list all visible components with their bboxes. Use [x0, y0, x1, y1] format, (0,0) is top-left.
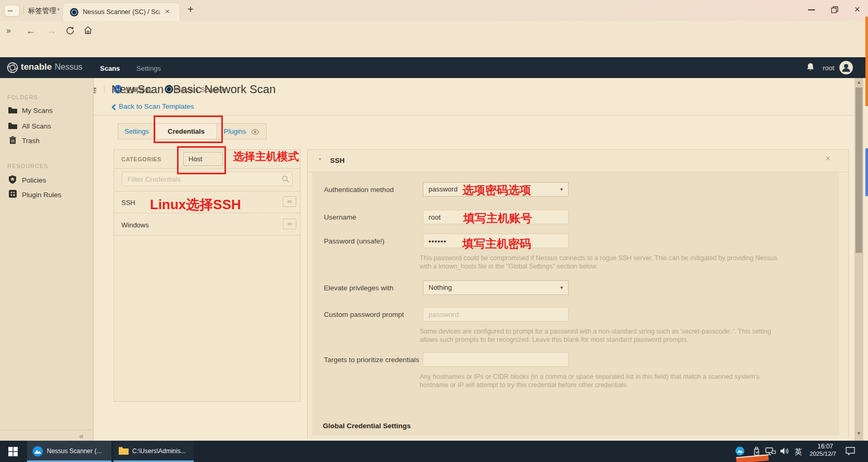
plugin-rules-icon	[9, 190, 17, 198]
new-tab-button[interactable]: +	[187, 4, 194, 16]
bookmarks-bar: 全部书签 常用书签 e 上网导航 Nessus Scanner	[0, 41, 868, 57]
custom-password-prompt-input[interactable]	[423, 307, 569, 322]
targets-help-text: Any hostnames or IPs or CIDR blocks (in …	[420, 373, 787, 389]
tenable-logo-icon	[7, 62, 18, 73]
tab-title: Nessus Scanner (SC) / Scans	[83, 8, 160, 16]
elevate-privileges-select[interactable]: Nothing ▾	[423, 280, 569, 295]
tab-credentials[interactable]: Credentials	[155, 123, 217, 139]
select-value: password	[429, 183, 458, 196]
sidebar-item-policies[interactable]: Policies	[22, 176, 46, 184]
taskbar-window-explorer[interactable]: C:\Users\Adminis...	[114, 441, 194, 462]
windows-count-badge: ∞	[283, 219, 296, 229]
forward-icon[interactable]: →	[47, 25, 56, 36]
ssh-panel-title: SSH	[330, 157, 345, 164]
category-mode-select[interactable]: Host	[183, 152, 223, 166]
sidebar-item-my-scans[interactable]: My Scans	[22, 107, 53, 114]
sidebar-divider	[0, 430, 94, 430]
sidebar-item-all-scans[interactable]: All Scans	[22, 122, 51, 130]
categories-panel	[114, 149, 300, 402]
password-input[interactable]	[423, 234, 569, 248]
tab-settings[interactable]: Settings	[118, 123, 156, 139]
restore-icon[interactable]	[831, 6, 838, 14]
scrollbar-thumb[interactable]	[856, 87, 862, 253]
minimize-icon[interactable]	[808, 9, 815, 10]
reload-icon[interactable]	[66, 26, 74, 35]
clock-time[interactable]: 16:07	[806, 443, 833, 450]
back-to-templates-link[interactable]: Back to Scan Templates	[119, 102, 194, 110]
brand-tenable: tenable	[21, 62, 52, 72]
scroll-down-icon[interactable]: ▼	[857, 431, 861, 436]
field-label-elevate-privileges: Elevate privileges with	[324, 284, 394, 292]
authentication-method-select[interactable]: password ▾	[423, 182, 569, 197]
screen: 标签管理 ▾ Nessus Scanner (SC) / Scans × + ×…	[0, 0, 868, 462]
nav-scans[interactable]: Scans	[100, 65, 120, 72]
global-credential-settings-heading: Global Credential Settings	[323, 422, 411, 430]
ssh-panel-close-icon[interactable]: ×	[825, 153, 831, 164]
edge-marker-orange	[865, 17, 868, 106]
brand-nessus: Nessus	[55, 62, 82, 72]
scroll-up-icon[interactable]: ▲	[857, 80, 861, 85]
speaker-icon[interactable]	[780, 447, 789, 455]
trash-icon	[9, 136, 16, 144]
chevron-down-icon: ▾	[560, 183, 563, 196]
window-close-icon[interactable]: ×	[854, 4, 860, 15]
tab-manager-button[interactable]: 标签管理	[28, 6, 56, 16]
folder-icon	[119, 446, 129, 455]
notification-center-icon[interactable]	[846, 446, 855, 455]
tab-close-icon[interactable]: ×	[165, 7, 170, 16]
nav-settings[interactable]: Settings	[136, 65, 161, 72]
filter-credentials-input[interactable]	[122, 172, 293, 186]
usb-icon[interactable]	[753, 447, 760, 456]
taskbar-window-nessus[interactable]: Nessus Scanner (...	[27, 441, 111, 462]
collapse-caret-icon[interactable]: ▾	[319, 156, 321, 162]
folder-icon	[8, 122, 17, 129]
field-label-password: Password (unsafe!)	[324, 237, 384, 245]
chevron-down-icon[interactable]: ▾	[57, 7, 60, 12]
browser-toolbar: » ← → https://localhost:8834/#/scans/rep…	[0, 21, 868, 41]
ssh-form-area	[312, 172, 839, 435]
user-name[interactable]: root	[823, 64, 834, 72]
field-label-targets-priority: Targets to prioritize credentials	[324, 356, 419, 364]
tab-plugins-label: Plugins	[224, 127, 246, 135]
sidebar	[0, 78, 94, 441]
nessus-favicon	[70, 8, 79, 17]
edge-marker-blue	[865, 148, 868, 196]
nessus-header: tenable Nessus Scans Settings root	[0, 57, 868, 78]
chevron-down-icon: ▾	[560, 281, 563, 294]
field-label-username: Username	[324, 213, 356, 221]
back-icon[interactable]: ←	[26, 25, 35, 36]
custom-prompt-help-text: Some devices are configured to prompt fo…	[420, 327, 787, 344]
back-chevron-icon[interactable]	[111, 104, 116, 110]
divider	[104, 85, 105, 93]
categories-heading: CATEGORIES	[121, 156, 161, 162]
sidebar-item-plugin-rules[interactable]: Plugin Rules	[22, 191, 61, 199]
tab-plugins[interactable]: Plugins	[217, 123, 267, 139]
browser-tab[interactable]: Nessus Scanner (SC) / Scans ×	[62, 3, 180, 21]
username-input[interactable]	[423, 210, 569, 224]
sidebar-folders-heading: FOLDERS	[7, 94, 38, 100]
divider	[23, 6, 24, 15]
search-icon	[282, 175, 290, 183]
window-layout-button[interactable]	[4, 5, 20, 17]
page-title: New Scan / Basic Network Scan	[111, 83, 275, 96]
bell-icon[interactable]	[806, 62, 815, 72]
tray-browser-icon[interactable]	[735, 446, 745, 456]
clock-date[interactable]: 2025/12/7	[800, 451, 836, 457]
extensions-chevrons-icon[interactable]: »	[6, 26, 11, 35]
shield-icon	[9, 175, 16, 184]
sidebar-item-trash[interactable]: Trash	[22, 137, 40, 145]
taskbar-label-explorer: C:\Users\Adminis...	[132, 447, 191, 455]
avatar[interactable]	[839, 61, 853, 74]
targets-priority-input[interactable]	[423, 352, 569, 367]
browser-tab-bar: 标签管理 ▾ Nessus Scanner (SC) / Scans × + ×	[0, 0, 868, 21]
window-layout-icon	[8, 10, 12, 11]
divider	[114, 168, 300, 169]
sidebar-collapse-button[interactable]: «	[79, 431, 83, 440]
credential-row-ssh[interactable]: SSH ∞	[114, 191, 300, 213]
credential-windows-label: Windows	[121, 221, 149, 229]
credential-row-windows[interactable]: Windows ∞	[114, 213, 300, 236]
home-icon[interactable]	[83, 25, 93, 35]
select-value: Nothing	[429, 281, 452, 294]
eye-icon	[251, 129, 259, 135]
start-button-icon[interactable]	[8, 447, 18, 456]
